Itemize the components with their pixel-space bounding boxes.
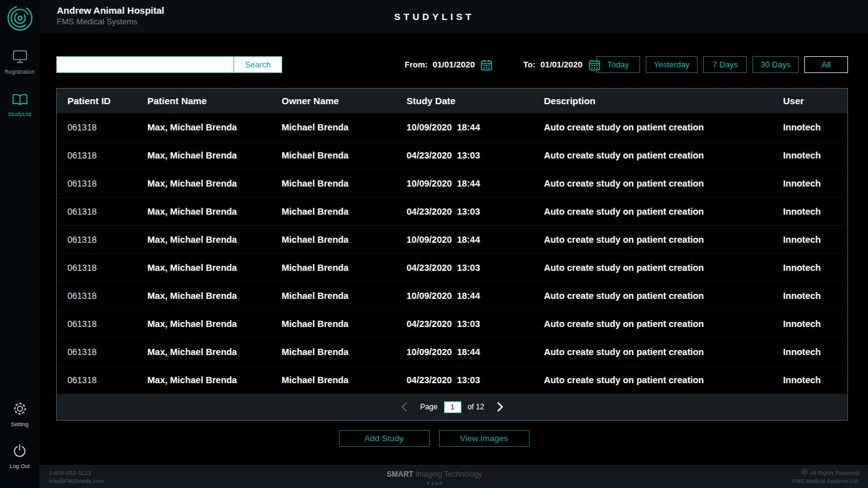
table-row[interactable]: 061318Max, Michael BrendaMichael Brenda1… [57, 169, 847, 197]
cell-description: Auto create study on patient creation [544, 235, 783, 245]
cell-patient-name: Max, Michael Brenda [147, 375, 282, 385]
cell-patient-id: 061318 [67, 347, 147, 357]
range-button-all[interactable]: All [804, 56, 848, 73]
cell-study-date: 04/23/2020 13:03 [407, 263, 544, 273]
cell-patient-name: Max, Michael Brenda [147, 263, 282, 273]
cell-description: Auto create study on patient creation [544, 263, 783, 273]
cell-patient-id: 061318 [67, 122, 147, 132]
table-row[interactable]: 061318Max, Michael BrendaMichael Brenda0… [57, 197, 847, 225]
page-title: STUDYLIST [394, 11, 474, 22]
cell-patient-id: 061318 [67, 291, 147, 301]
cell-description: Auto create study on patient creation [544, 178, 783, 188]
column-header-owner-name: Owner Name [282, 95, 407, 106]
table-row[interactable]: 061318Max, Michael BrendaMichael Brenda1… [57, 281, 847, 310]
range-button-today[interactable]: Today [596, 56, 640, 73]
cell-patient-id: 061318 [67, 150, 147, 160]
footer-rights-line2: FMS Medical Systems Ltd. [792, 477, 859, 486]
cell-user: Innotech [783, 291, 847, 301]
cell-patient-name: Max, Michael Brenda [147, 347, 282, 357]
add-study-button[interactable]: Add Study [339, 430, 430, 447]
table-row[interactable]: 061318Max, Michael BrendaMichael Brenda0… [57, 366, 847, 394]
to-date-filter: To: 01/01/2020 [523, 56, 600, 73]
range-button-7-days[interactable]: 7 Days [703, 56, 747, 73]
cell-owner-name: Michael Brenda [282, 150, 407, 160]
footer-brand-tagline: Imaging Technology [413, 470, 482, 479]
sidebar-item-label: Registration [4, 69, 34, 75]
table-row[interactable]: 061318Max, Michael BrendaMichael Brenda1… [57, 113, 847, 141]
view-images-button[interactable]: View Images [439, 430, 530, 447]
copyright-icon [801, 469, 807, 477]
cell-patient-id: 061318 [67, 207, 147, 217]
cell-owner-name: Michael Brenda [282, 263, 407, 273]
page-next-icon[interactable] [495, 401, 504, 412]
pagination-bar: Page of 12 [57, 394, 847, 420]
cell-patient-name: Max, Michael Brenda [147, 150, 282, 160]
cell-user: Innotech [783, 319, 847, 329]
sidebar-item-registration[interactable]: Registration [4, 50, 34, 75]
cell-description: Auto create study on patient creation [544, 375, 783, 385]
of-label: of 12 [468, 403, 485, 411]
cell-study-date: 04/23/2020 13:03 [407, 207, 544, 217]
search-input[interactable] [57, 57, 234, 72]
footer-version: V 1.0.0 [387, 481, 482, 486]
study-table: Patient IDPatient NameOwner NameStudy Da… [56, 88, 848, 421]
cell-user: Innotech [783, 347, 847, 357]
page-label: Page [420, 403, 438, 411]
cell-description: Auto create study on patient creation [544, 347, 783, 357]
column-header-patient-name: Patient Name [147, 95, 282, 106]
cell-description: Auto create study on patient creation [544, 150, 783, 160]
sidebar-item-logout[interactable]: Log Out [9, 444, 29, 469]
column-header-study-date: Study Date [407, 95, 544, 106]
page-number-input[interactable] [444, 401, 461, 413]
cell-description: Auto create study on patient creation [544, 319, 783, 329]
cell-study-date: 10/09/2020 18:44 [407, 347, 544, 357]
book-icon [12, 94, 28, 109]
cell-owner-name: Michael Brenda [282, 291, 407, 301]
range-button-yesterday[interactable]: Yesterday [646, 56, 698, 73]
cell-patient-id: 061318 [67, 178, 147, 188]
footer-brand-name: SMART [387, 470, 413, 479]
cell-owner-name: Michael Brenda [282, 207, 407, 217]
table-body: 061318Max, Michael BrendaMichael Brenda1… [57, 113, 847, 394]
sidebar-item-setting[interactable]: Setting [11, 401, 28, 427]
cell-patient-name: Max, Michael Brenda [147, 122, 282, 132]
column-header-patient-id: Patient ID [67, 95, 147, 106]
cell-owner-name: Michael Brenda [282, 122, 407, 132]
cell-owner-name: Michael Brenda [282, 319, 407, 329]
fms-logo-icon[interactable] [7, 5, 33, 34]
table-row[interactable]: 061318Max, Michael BrendaMichael Brenda0… [57, 310, 847, 338]
gear-icon [12, 401, 27, 419]
table-row[interactable]: 061318Max, Michael BrendaMichael Brenda1… [57, 225, 847, 253]
cell-patient-name: Max, Michael Brenda [147, 235, 282, 245]
sidebar-item-studylist[interactable]: StudyList [8, 94, 31, 117]
column-header-description: Description [544, 95, 783, 106]
cell-user: Innotech [783, 150, 847, 160]
calendar-icon[interactable] [481, 59, 492, 71]
cell-patient-id: 061318 [67, 263, 147, 273]
table-row[interactable]: 061318Max, Michael BrendaMichael Brenda1… [57, 338, 847, 366]
to-label: To: [523, 60, 535, 69]
cell-description: Auto create study on patient creation [544, 207, 783, 217]
cell-user: Innotech [783, 178, 847, 188]
cell-description: Auto create study on patient creation [544, 122, 783, 132]
sidebar-item-label: Setting [11, 421, 28, 427]
footer-rights: All Rights Reserved FMS Medical Systems … [792, 469, 859, 486]
to-date-value[interactable]: 01/01/2020 [540, 60, 583, 69]
from-date-value[interactable]: 01/01/2020 [433, 60, 475, 69]
total-pages: 12 [476, 403, 484, 411]
cell-study-date: 10/09/2020 18:44 [407, 122, 544, 132]
range-button-30-days[interactable]: 30 Days [752, 56, 799, 73]
footer-email: info@FMSmeds.com [49, 477, 104, 485]
cell-patient-name: Max, Michael Brenda [147, 178, 282, 188]
top-header: Andrew Animal Hospital FMS Medical Syste… [39, 0, 868, 33]
cell-owner-name: Michael Brenda [282, 178, 407, 188]
cell-user: Innotech [783, 207, 847, 217]
app-window: Registration StudyList [0, 0, 868, 488]
from-label: From: [405, 60, 428, 69]
search-button[interactable]: Search [234, 57, 282, 72]
footer-rights-line1: All Rights Reserved [810, 469, 859, 477]
cell-user: Innotech [783, 122, 847, 132]
table-row[interactable]: 061318Max, Michael BrendaMichael Brenda0… [57, 141, 847, 169]
page-prev-icon[interactable] [400, 401, 409, 412]
table-row[interactable]: 061318Max, Michael BrendaMichael Brenda0… [57, 253, 847, 281]
